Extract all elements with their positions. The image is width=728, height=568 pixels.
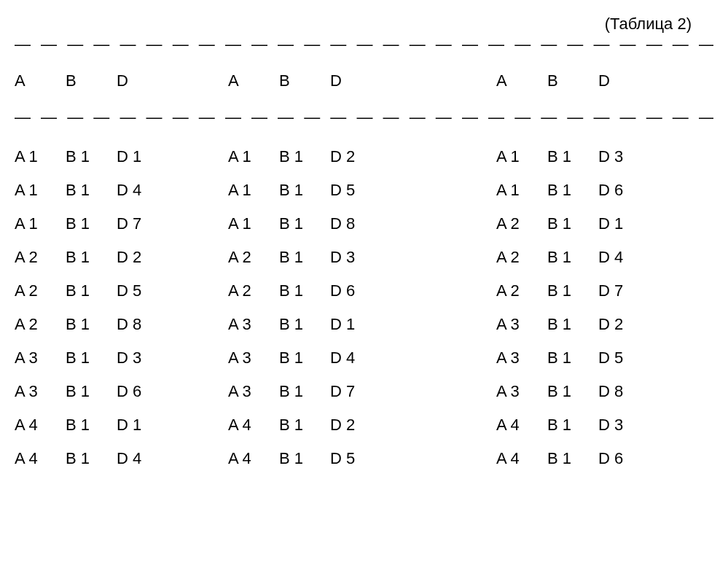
header-b: B (547, 71, 598, 90)
header-d: D (330, 71, 403, 90)
cell-a: A 1 (228, 214, 279, 233)
cell-a: A 1 (15, 181, 66, 200)
table-row: A 1B 1D 7A 1B 1D 8A 2B 1D 1 (15, 207, 713, 241)
cell-group: A 2B 1D 8 (15, 315, 199, 334)
cell-a: A 4 (228, 416, 279, 435)
cell-a: A 3 (228, 315, 279, 334)
cell-d: D 5 (330, 449, 403, 468)
cell-a: A 1 (15, 214, 66, 233)
cell-a: A 4 (496, 416, 547, 435)
cell-a: A 2 (496, 281, 547, 300)
header-b: B (279, 71, 330, 90)
cell-a: A 1 (496, 147, 547, 166)
cell-d: D 6 (598, 181, 671, 200)
cell-group: A 3B 1D 5 (445, 349, 713, 367)
cell-a: A 3 (228, 349, 279, 367)
table-row: A 1B 1D 4A 1B 1D 5A 1B 1D 6 (15, 174, 713, 207)
cell-group: A 1B 1D 2 (199, 147, 445, 166)
cell-group: A 1B 1D 4 (15, 181, 199, 200)
cell-group: A 4B 1D 3 (445, 416, 713, 435)
cell-group: A 3B 1D 8 (445, 382, 713, 401)
cell-group: A 3B 1D 3 (15, 349, 199, 367)
cell-b: B 1 (279, 214, 330, 233)
cell-a: A 4 (496, 449, 547, 468)
cell-b: B 1 (66, 281, 117, 300)
cell-a: A 1 (228, 147, 279, 166)
cell-b: B 1 (66, 349, 117, 367)
cell-b: B 1 (279, 147, 330, 166)
table-row: A 1B 1D 1A 1B 1D 2A 1B 1D 3 (15, 140, 713, 174)
cell-b: B 1 (279, 349, 330, 367)
cell-a: A 2 (496, 248, 547, 267)
header-group-1: A B D (15, 71, 199, 90)
header-d: D (117, 71, 189, 90)
cell-b: B 1 (547, 349, 598, 367)
cell-b: B 1 (66, 248, 117, 267)
cell-b: B 1 (279, 315, 330, 334)
cell-d: D 3 (117, 349, 189, 367)
header-a: A (496, 71, 547, 90)
cell-group: A 2B 1D 2 (15, 248, 199, 267)
cell-b: B 1 (547, 416, 598, 435)
cell-d: D 7 (598, 281, 671, 300)
cell-b: B 1 (279, 281, 330, 300)
cell-group: A 2B 1D 7 (445, 281, 713, 300)
header-a: A (228, 71, 279, 90)
table-row: A 4B 1D 1A 4B 1D 2A 4B 1D 3 (15, 408, 713, 442)
cell-group: A 2B 1D 3 (199, 248, 445, 267)
cell-group: A 1B 1D 5 (199, 181, 445, 200)
cell-d: D 8 (117, 315, 189, 334)
cell-b: B 1 (66, 147, 117, 166)
cell-group: A 1B 1D 7 (15, 214, 199, 233)
cell-a: A 3 (228, 382, 279, 401)
cell-a: A 2 (496, 214, 547, 233)
cell-b: B 1 (66, 416, 117, 435)
cell-group: A 3B 1D 4 (199, 349, 445, 367)
cell-d: D 1 (117, 416, 189, 435)
cell-group: A 1B 1D 3 (445, 147, 713, 166)
table-row: A 3B 1D 6A 3B 1D 7A 3B 1D 8 (15, 375, 713, 408)
cell-b: B 1 (279, 449, 330, 468)
divider-top: — — — — — — — — — — — — — — — — — — — — … (15, 36, 713, 52)
cell-group: A 1B 1D 8 (199, 214, 445, 233)
cell-a: A 2 (15, 281, 66, 300)
cell-d: D 1 (117, 147, 189, 166)
cell-b: B 1 (547, 248, 598, 267)
cell-a: A 3 (496, 349, 547, 367)
cell-a: A 4 (15, 416, 66, 435)
cell-group: A 3B 1D 1 (199, 315, 445, 334)
cell-b: B 1 (279, 382, 330, 401)
cell-group: A 1B 1D 6 (445, 181, 713, 200)
cell-d: D 2 (598, 315, 671, 334)
header-group-2: A B D (199, 71, 445, 90)
cell-a: A 4 (15, 449, 66, 468)
cell-b: B 1 (66, 214, 117, 233)
cell-group: A 2B 1D 1 (445, 214, 713, 233)
cell-b: B 1 (66, 181, 117, 200)
cell-group: A 1B 1D 1 (15, 147, 199, 166)
cell-a: A 3 (15, 382, 66, 401)
cell-group: A 3B 1D 6 (15, 382, 199, 401)
divider-mid: — — — — — — — — — — — — — — — — — — — — … (15, 109, 713, 125)
cell-a: A 3 (496, 315, 547, 334)
cell-a: A 1 (228, 181, 279, 200)
cell-d: D 4 (330, 349, 403, 367)
cell-d: D 2 (330, 147, 403, 166)
cell-d: D 3 (598, 147, 671, 166)
table-title: (Таблица 2) (15, 15, 713, 34)
cell-b: B 1 (279, 416, 330, 435)
header-group-3: A B D (445, 71, 713, 90)
cell-d: D 4 (117, 181, 189, 200)
cell-d: D 8 (330, 214, 403, 233)
cell-a: A 3 (15, 349, 66, 367)
cell-group: A 4B 1D 5 (199, 449, 445, 468)
cell-group: A 4B 1D 6 (445, 449, 713, 468)
table-body: A 1B 1D 1A 1B 1D 2A 1B 1D 3A 1B 1D 4A 1B… (15, 140, 713, 475)
cell-d: D 4 (598, 248, 671, 267)
cell-d: D 5 (330, 181, 403, 200)
cell-d: D 3 (598, 416, 671, 435)
cell-group: A 3B 1D 7 (199, 382, 445, 401)
cell-group: A 4B 1D 4 (15, 449, 199, 468)
cell-d: D 8 (598, 382, 671, 401)
header-b: B (66, 71, 117, 90)
